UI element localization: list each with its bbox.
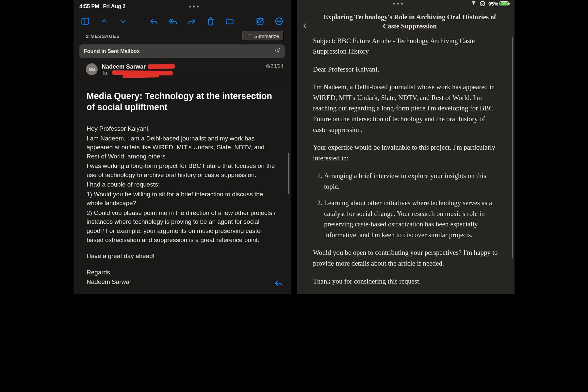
trash-icon[interactable] [206,17,215,26]
email-body[interactable]: Media Query: Technology at the intersect… [74,81,291,294]
svg-point-5 [279,21,279,21]
reply-floating-icon[interactable] [274,278,284,289]
chat-list: Arranging a brief interview to explore y… [313,171,499,240]
chat-greeting: Dear Professor Kalyani, [313,64,499,75]
banner-label: Found in Sent Mailbox [84,48,140,54]
multitask-dots-icon[interactable] [393,3,403,5]
battery-indicator: 95% ⚡ [488,1,509,7]
status-when: 4:55 PM Fri Aug 2 [79,4,125,9]
email-p6: Have a great day ahead! [87,252,278,261]
mail-toolbar [74,13,291,29]
chat-li1: Arranging a brief interview to explore y… [324,171,499,192]
svg-point-6 [280,21,281,21]
battery-percent: 95% [488,1,498,7]
email-p7: Regards, [87,268,278,277]
sender-name: Nadeem Sarwar [102,63,146,70]
chat-p2: Your expertise would be invaluable to th… [313,142,499,163]
paper-plane-icon [274,48,280,55]
multitask-dots-icon[interactable] [189,6,199,8]
summarize-label: Summarize [254,33,279,39]
found-in-sent-banner[interactable]: Found in Sent Mailbox [79,44,285,58]
summarize-icon [247,34,252,38]
email-subject: Media Query: Technology at the intersect… [87,91,278,113]
email-p3: I had a couple of requests: [87,180,278,189]
svg-point-10 [473,4,474,5]
forward-icon[interactable] [187,17,196,26]
status-time: 4:55 PM [79,4,99,9]
chat-p1: I'm Nadeem, a Delhi-based journalist who… [313,82,499,135]
back-chevron-icon[interactable] [302,21,308,32]
more-actions-icon[interactable] [274,17,284,26]
settings-gear-icon [480,1,485,6]
split-divider[interactable] [291,0,297,294]
email-p8: Nadeem Sarwar [87,277,278,286]
chat-li2: Learning about other initiatives where t… [324,198,499,240]
mail-pane: 4:55 PM Fri Aug 2 [74,0,291,294]
svg-rect-0 [82,18,89,24]
status-bar-right: 95% ⚡ [297,0,514,7]
chat-p3: Would you be open to contributing your p… [313,247,499,269]
sidebar-toggle-icon[interactable] [81,17,90,26]
status-bar-left: 4:55 PM Fri Aug 2 [74,0,291,13]
email-p5: 2) Could you please point me in the dire… [87,208,278,244]
reply-all-icon[interactable] [168,17,177,26]
sender-row[interactable]: NS Nadeem Sarwar To: 6/23/24 [74,58,291,81]
email-p1: I am Nadeem. I am a Delhi-based journali… [87,134,278,161]
email-p2: I was working a long-form project for BB… [87,161,278,179]
chat-title: Exploring Technology's Role in Archiving… [297,7,514,34]
sender-date: 6/23/24 [266,63,284,69]
messages-count: 2 MESSAGES [86,33,120,39]
chat-p5: Regards, Nadeem [Contact Information] [313,294,499,294]
next-message-icon[interactable] [119,17,128,26]
chat-subject: Subject: BBC Future Article - Technology… [313,36,499,57]
sender-to: To: [102,70,146,76]
sender-avatar: NS [86,63,98,75]
compose-icon[interactable] [255,17,265,26]
messages-header: 2 MESSAGES Summarize [74,29,291,44]
reply-icon[interactable] [149,17,158,26]
chat-body[interactable]: Subject: BBC Future Article - Technology… [297,34,514,294]
status-date: Fri Aug 2 [103,4,125,9]
svg-point-4 [277,21,278,21]
prev-message-icon[interactable] [100,17,109,26]
device-frame: { "status": { "time": "4:55 PM", "date":… [74,0,514,294]
chat-p4: Thank you for considering this request. [313,276,499,287]
email-greeting: Hey Professor Kalyani, [87,124,278,133]
claude-scrollbar[interactable] [512,26,513,284]
mail-scrollbar[interactable] [288,56,289,286]
summarize-button[interactable]: Summarize [242,31,284,41]
email-p4: 1) Would you be willing to sit for a bri… [87,190,278,208]
wifi-icon [471,0,477,7]
move-to-folder-icon[interactable] [225,17,234,26]
claude-pane: 95% ⚡ Exploring Technology's Role in Arc… [297,0,514,294]
